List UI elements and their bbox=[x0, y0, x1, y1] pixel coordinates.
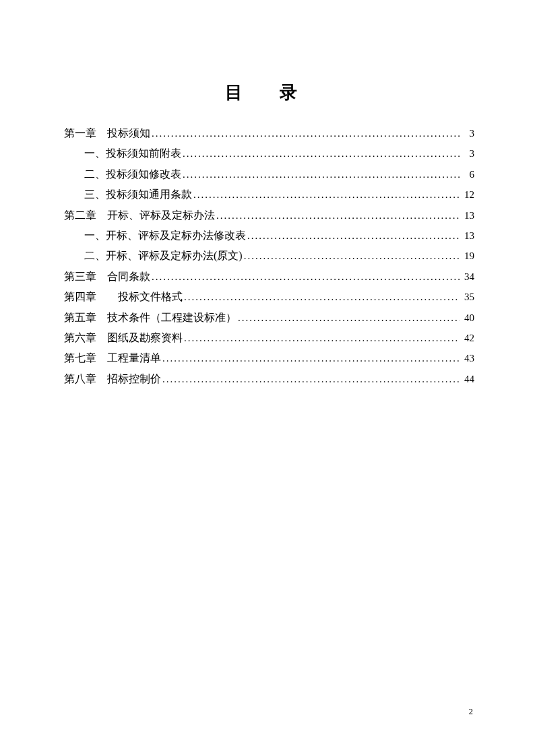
toc-entry-page: 34 bbox=[460, 267, 474, 287]
toc-leader-dots bbox=[215, 206, 460, 226]
page-number: 2 bbox=[469, 706, 474, 717]
toc-leader-dots bbox=[183, 329, 460, 348]
toc-entry-page: 19 bbox=[460, 246, 474, 266]
toc-entry-page: 12 bbox=[460, 185, 474, 205]
toc-leader-dots bbox=[246, 226, 460, 246]
toc-entry-text: 一、开标、评标及定标办法修改表 bbox=[84, 226, 246, 246]
toc-entry-page: 40 bbox=[460, 308, 474, 328]
toc-entry-page: 6 bbox=[460, 165, 474, 184]
toc-entry-text: 第一章 投标须知 bbox=[64, 123, 150, 143]
toc-entry-page: 35 bbox=[460, 287, 474, 307]
toc-leader-dots bbox=[161, 349, 460, 368]
toc-entry-text: 第二章 开标、评标及定标办法 bbox=[64, 205, 215, 226]
toc-entry: 二、开标、评标及定标办法(原文)19 bbox=[64, 246, 474, 266]
toc-entry-page: 44 bbox=[460, 370, 474, 389]
toc-entry-page: 3 bbox=[460, 124, 474, 143]
toc-leader-dots bbox=[237, 308, 460, 328]
toc-entry-page: 43 bbox=[460, 349, 474, 368]
toc-entry-page: 13 bbox=[460, 206, 474, 226]
toc-entry: 第三章 合同条款34 bbox=[64, 267, 474, 287]
toc-entry: 三、投标须知通用条款12 bbox=[64, 184, 474, 205]
toc-entry-page: 13 bbox=[460, 226, 474, 246]
document-page: 目 录 第一章 投标须知3一、投标须知前附表3二、投标须知修改表6三、投标须知通… bbox=[0, 0, 535, 429]
toc-entry: 第六章 图纸及勘察资料 42 bbox=[64, 328, 474, 348]
toc-entry: 一、开标、评标及定标办法修改表13 bbox=[64, 226, 474, 246]
toc-entry-text: 第八章 招标控制价 bbox=[64, 369, 161, 389]
toc-leader-dots bbox=[150, 267, 460, 287]
page-title: 目 录 bbox=[64, 81, 474, 104]
toc-leader-dots bbox=[161, 370, 460, 389]
toc-entry-text: 二、投标须知修改表 bbox=[84, 164, 181, 184]
toc-leader-dots bbox=[192, 185, 460, 205]
toc-entry: 第七章 工程量清单 43 bbox=[64, 348, 474, 368]
toc-entry: 第一章 投标须知3 bbox=[64, 123, 474, 143]
toc-entry-text: 第五章 技术条件（工程建设标准） bbox=[64, 308, 237, 328]
toc-entry: 第五章 技术条件（工程建设标准）40 bbox=[64, 308, 474, 328]
toc-entry-text: 一、投标须知前附表 bbox=[84, 143, 181, 164]
toc-entry: 第二章 开标、评标及定标办法13 bbox=[64, 205, 474, 226]
table-of-contents: 第一章 投标须知3一、投标须知前附表3二、投标须知修改表6三、投标须知通用条款1… bbox=[64, 123, 474, 389]
toc-entry-text: 第三章 合同条款 bbox=[64, 267, 150, 287]
toc-leader-dots bbox=[183, 287, 460, 307]
toc-leader-dots bbox=[243, 246, 460, 266]
toc-entry: 第八章 招标控制价 44 bbox=[64, 369, 474, 389]
toc-entry-text: 三、投标须知通用条款 bbox=[84, 184, 192, 205]
toc-entry-text: 第四章 投标文件格式 bbox=[64, 287, 183, 307]
toc-entry: 二、投标须知修改表6 bbox=[64, 164, 474, 184]
toc-leader-dots bbox=[181, 144, 460, 164]
toc-entry: 一、投标须知前附表3 bbox=[64, 143, 474, 164]
toc-entry-text: 第六章 图纸及勘察资料 bbox=[64, 328, 183, 348]
toc-entry-page: 3 bbox=[460, 144, 474, 164]
toc-entry-page: 42 bbox=[460, 329, 474, 348]
toc-entry-text: 二、开标、评标及定标办法(原文) bbox=[84, 246, 243, 266]
toc-leader-dots bbox=[181, 165, 460, 184]
toc-entry-text: 第七章 工程量清单 bbox=[64, 348, 161, 368]
toc-leader-dots bbox=[150, 124, 460, 143]
toc-entry: 第四章 投标文件格式 35 bbox=[64, 287, 474, 307]
